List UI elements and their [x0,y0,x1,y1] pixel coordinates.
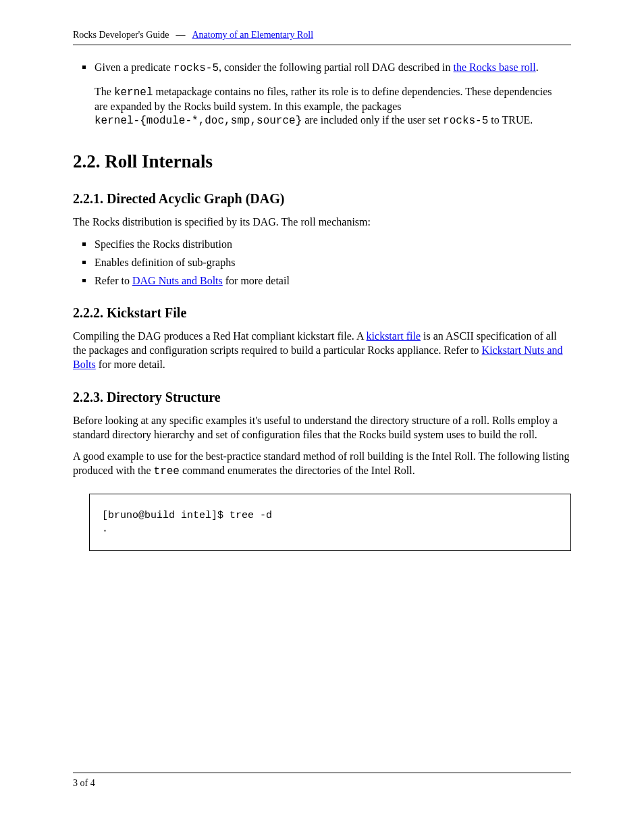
list-item: Refer to DAG Nuts and Bolts for more det… [95,274,571,288]
text: Enables definition of sub-graphs [95,257,235,268]
inline-link[interactable]: kickstart file [367,330,421,342]
subsection-heading-kickstart: 2.2.2. Kickstart File [73,304,571,321]
header-link[interactable]: Anatomy of an Elementary Roll [192,30,314,41]
subsection-heading-dirstruct: 2.2.3. Directory Structure [73,388,571,406]
header-separator: — [172,30,190,41]
code-line: [bruno@build intel]$ tree -d [102,509,558,523]
inline-code: kernel [114,86,153,99]
list-item: Specifies the Rocks distribution [95,238,571,252]
text: command enumerates the directories of th… [180,465,415,476]
text: are included only if the user set [302,114,443,126]
list-item: Enables definition of sub-graphs [95,256,571,270]
code-listing-box: [bruno@build intel]$ tree -d . [89,494,571,551]
text: is an [421,330,444,342]
paragraph: Compiling the DAG produces a Red Hat com… [73,330,571,371]
continuation-bullet-list: Given a predicate rocks-5, consider the … [73,61,571,128]
inline-code: kernel-{module-*,doc,smp,source} [95,115,302,127]
header-left: Rocks Developer's Guide [73,30,169,41]
inline-link[interactable]: the Rocks base roll [454,61,536,73]
code-line: . [102,523,558,536]
text: A good example to use for the best-pract… [73,450,540,462]
inline-code: tree [154,465,180,477]
page-content: Given a predicate rocks-5, consider the … [73,61,571,551]
text: . [536,61,539,73]
inline-code: rocks-5 [443,115,488,127]
header-rule [73,45,571,45]
paragraph: A good example to use for the best-pract… [73,450,571,479]
subsection-heading-dag: 2.2.1. Directed Acyclic Graph (DAG) [73,190,571,207]
paragraph: Before looking at any specific examples … [73,414,571,442]
paragraph: The Rocks distribution is specified by i… [73,215,571,230]
footer-page-number: 3 of 4 [73,778,95,789]
text: to TRUE. [488,114,533,126]
text: metapackage contains no files, rather it… [153,86,552,97]
text: Compiling the DAG produces a Red Hat com… [73,330,367,342]
bullet-item: Given a predicate rocks-5, consider the … [95,61,571,128]
inline-link[interactable]: DAG Nuts and Bolts [132,275,223,286]
inline-code: rocks-5 [173,62,219,74]
text: The [95,86,114,97]
text: , consider the following partial roll DA… [219,61,453,73]
text: for more detail. [96,359,165,370]
text-line: are expanded by the Rocks build system. … [95,100,571,114]
text: Given a predicate [95,61,173,73]
footer-rule [73,773,571,773]
text: Refer to [444,344,482,356]
bullet-list: Specifies the Rocks distribution Enables… [73,238,571,288]
text: Refer to [95,275,132,286]
text: Specifies the Rocks distribution [95,238,232,250]
text: for more detail [223,275,290,286]
section-heading: 2.2. Roll Internals [73,150,571,174]
